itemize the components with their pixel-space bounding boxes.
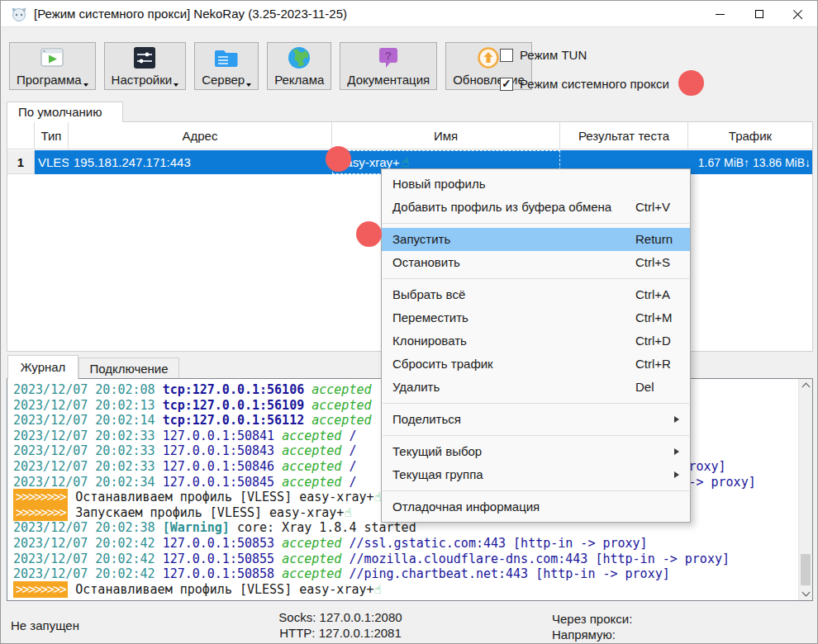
context-menu-item-8[interactable]: КлонироватьCtrl+D [382, 329, 690, 353]
table-corner-cell [7, 122, 35, 149]
close-icon [792, 9, 803, 20]
system-proxy-checkbox-label: Режим системного прокси [520, 77, 669, 91]
program-icon [39, 45, 65, 71]
tun-checkbox[interactable] [500, 49, 513, 62]
menu-item-shortcut: Ctrl+M [635, 306, 673, 329]
update-icon [475, 45, 502, 71]
context-menu-item-7[interactable]: ПереместитьCtrl+M [382, 306, 690, 329]
toolbar-button-label: Программа [17, 73, 88, 87]
menu-item-label: Запустить [392, 232, 450, 246]
tun-checkbox-label: Режим TUN [520, 48, 587, 62]
toolbar-button-label: Реклама [274, 73, 324, 87]
menu-item-label: Добавить профиль из буфера обмена [392, 200, 611, 214]
mode-checkboxes: Режим TUNРежим системного прокси [500, 48, 669, 106]
log-scrollbar[interactable] [798, 379, 812, 600]
menu-item-label: Отладочная информация [392, 500, 540, 514]
context-menu-item-14[interactable]: Текущий выбор [382, 440, 690, 463]
status-bar: Не запущен Socks: 127.0.0.1:2080 HTTP: 1… [1, 601, 817, 644]
tab-default-group[interactable]: По умолчанию [7, 102, 123, 122]
menu-separator [383, 435, 689, 436]
scroll-up-button[interactable] [799, 379, 813, 392]
menu-item-label: Переместить [392, 310, 468, 324]
settings-icon [131, 45, 158, 71]
tun-checkbox-row[interactable]: Режим TUN [500, 48, 669, 62]
menu-item-label: Поделиться [392, 412, 461, 426]
menu-item-label: Клонировать [392, 334, 467, 348]
chevron-up-icon [802, 383, 811, 391]
column-header-type[interactable]: Тип [35, 122, 69, 149]
nekoray-window: [Режим системного прокси] NekoRay (3.25-… [0, 0, 818, 644]
context-menu-item-1[interactable]: Добавить профиль из буфера обменаCtrl+V [382, 196, 690, 219]
menu-item-shortcut: Ctrl+D [635, 329, 671, 353]
toolbar: ПрограммаНастройкиСерверРеклама?Документ… [9, 42, 532, 90]
click-annotation-dot [678, 70, 704, 96]
menu-item-label: Удалить [392, 380, 440, 394]
row-address-cell[interactable]: 195.181.247.171:443 [69, 150, 332, 174]
column-header-name[interactable]: Имя [332, 122, 560, 149]
maximize-icon [755, 10, 763, 18]
toolbar-button-program[interactable]: Программа [9, 42, 96, 90]
context-menu-item-17[interactable]: Отладочная информация [382, 495, 690, 519]
menu-item-shortcut: Del [635, 376, 654, 399]
column-header-address[interactable]: Адрес [69, 122, 332, 149]
table-header: Тип Адрес Имя Результат теста Трафик [7, 122, 812, 149]
context-menu-item-4[interactable]: ОстановитьCtrl+S [382, 251, 690, 274]
scroll-down-button[interactable] [799, 587, 813, 600]
listen-addresses: Socks: 127.0.0.1:2080 HTTP: 127.0.0.1:20… [249, 609, 432, 641]
tab-connections[interactable]: Подключение [78, 358, 179, 379]
log-line: 2023/12/07 20:02:42 127.0.0.1:50853 acce… [13, 536, 798, 552]
menu-separator [383, 403, 689, 404]
system-proxy-checkbox[interactable] [500, 78, 513, 91]
menu-item-shortcut: Ctrl+S [635, 251, 670, 274]
app-icon [11, 6, 27, 22]
direct-label: Напрямую: [552, 627, 632, 642]
window-controls [701, 1, 817, 27]
context-menu-item-15[interactable]: Текущая группа [382, 463, 690, 486]
row-type-cell[interactable]: VLESS [35, 150, 69, 174]
submenu-arrow-icon [674, 471, 679, 478]
toolbar-button-server[interactable]: Сервер [194, 42, 259, 90]
row-number-cell: 1 [7, 150, 35, 174]
tab-log[interactable]: Журнал [7, 355, 78, 379]
dropdown-arrow-icon [83, 83, 88, 87]
column-header-traffic[interactable]: Трафик [688, 122, 812, 149]
log-line: 2023/12/07 20:02:38 [Warning] core: Xray… [13, 520, 798, 536]
context-menu-item-3[interactable]: ЗапуститьReturn [382, 228, 690, 251]
menu-separator [383, 223, 689, 224]
menu-item-label: Новый профиль [392, 177, 486, 191]
docs-icon: ? [375, 45, 402, 71]
menu-item-shortcut: Ctrl+R [635, 353, 671, 376]
menu-item-label: Текущий выбор [392, 444, 482, 458]
svg-text:?: ? [385, 50, 392, 62]
click-annotation-dot [326, 146, 351, 172]
row-traffic-cell[interactable]: 1.67 MiB↑ 13.86 MiB↓ [688, 150, 812, 174]
menu-item-label: Текущая группа [392, 467, 483, 481]
menu-separator [383, 278, 689, 279]
context-menu-item-6[interactable]: Выбрать всёCtrl+A [382, 283, 690, 306]
click-annotation-dot [356, 221, 382, 247]
titlebar[interactable]: [Режим системного прокси] NekoRay (3.25-… [1, 1, 817, 27]
window-title: [Режим системного прокси] NekoRay (3.25-… [34, 7, 347, 21]
toolbar-button-docs[interactable]: ?Документация [340, 42, 437, 90]
context-menu-item-12[interactable]: Поделиться [382, 408, 690, 431]
column-header-test[interactable]: Результат теста [560, 122, 688, 149]
maximize-button[interactable] [740, 1, 778, 27]
menu-separator [383, 490, 689, 491]
via-proxy-label: Через прокси: [552, 611, 632, 627]
minimize-button[interactable] [701, 1, 740, 27]
toolbar-button-globe[interactable]: Реклама [267, 42, 331, 90]
socks-address: Socks: 127.0.0.1:2080 [249, 609, 432, 625]
context-menu-item-9[interactable]: Сбросить трафикCtrl+R [382, 353, 690, 376]
context-menu-item-10[interactable]: УдалитьDel [382, 376, 690, 399]
system-proxy-checkbox-row[interactable]: Режим системного прокси [500, 77, 669, 91]
close-button[interactable] [778, 1, 817, 27]
globe-icon [286, 45, 312, 71]
context-menu-item-0[interactable]: Новый профиль [382, 173, 690, 196]
toolbar-button-settings[interactable]: Настройки [104, 42, 187, 90]
menu-item-label: Остановить [392, 255, 460, 269]
scrollbar-thumb[interactable] [801, 554, 811, 585]
submenu-arrow-icon [674, 448, 679, 455]
submenu-arrow-icon [674, 416, 679, 423]
chevron-down-icon [802, 589, 811, 597]
toolbar-button-label: Сервер [202, 73, 251, 87]
